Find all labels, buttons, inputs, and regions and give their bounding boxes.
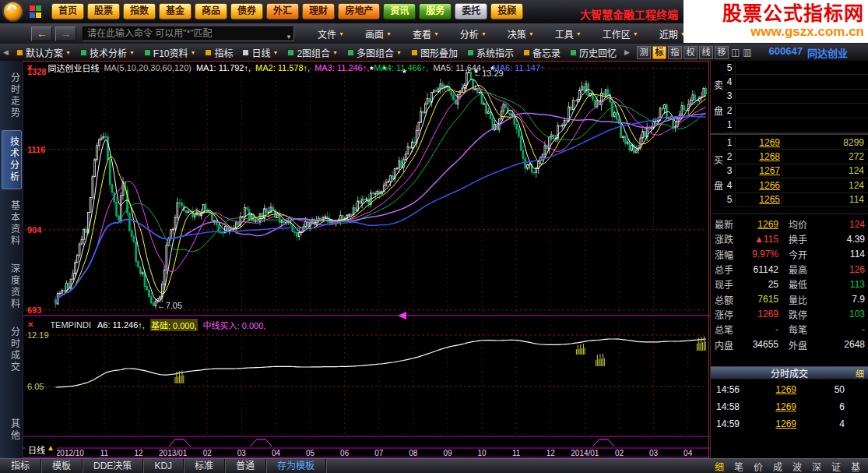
order-book-row[interactable]: 4 (724, 75, 868, 89)
sidebar-tab[interactable]: 分时成交 (2, 321, 22, 379)
menu-item[interactable]: 文件▼ (318, 27, 344, 41)
date-label: 11 (512, 449, 521, 457)
top-nav-button[interactable]: 理财 (302, 3, 335, 19)
quick-button[interactable]: 笔 (734, 460, 743, 473)
quick-button[interactable]: 深 (812, 460, 821, 473)
top-nav-button[interactable]: 服务 (419, 3, 452, 19)
command-input[interactable]: 请在此输入命令 可以用"*"匹配 ▼ (83, 26, 294, 41)
back-button[interactable]: ← (31, 26, 52, 41)
scroll-right-icon[interactable]: ▶ (621, 48, 633, 56)
menu-item[interactable]: 工具▼ (555, 27, 582, 41)
candle-body (94, 160, 96, 177)
toolbar-item[interactable]: 默认方案▼ (16, 46, 71, 59)
quick-button[interactable]: 波 (792, 460, 802, 473)
quick-button[interactable]: 证 (831, 460, 841, 473)
candle-body (694, 95, 696, 101)
toolbar-item[interactable]: 技术分析▼ (80, 46, 135, 59)
toolbar-item[interactable]: 2图组合▼ (287, 46, 338, 59)
top-nav-button[interactable]: 投顾 (490, 3, 523, 19)
ticks-header[interactable]: 分时成交 细 (711, 366, 868, 379)
sidebar-tab[interactable]: 分时走势 (2, 67, 22, 125)
order-book-row[interactable]: 31267124 (724, 164, 868, 178)
top-nav-button[interactable]: 债券 (230, 3, 263, 19)
menu-item[interactable]: 分析▼ (460, 27, 487, 41)
bottom-tab[interactable]: 存为模板 (266, 459, 326, 473)
app-logo-icon[interactable] (2, 1, 23, 22)
toolbar-item[interactable]: 备忘录 (523, 46, 561, 59)
top-nav-button[interactable]: 商品 (195, 3, 227, 19)
bottom-tab[interactable]: 模板 (41, 459, 83, 473)
order-book-row[interactable]: 21268272 (724, 150, 868, 164)
ticks-detail-button[interactable]: 细 (856, 367, 864, 379)
top-nav-button[interactable]: 首页 (51, 3, 84, 19)
scroll-left-icon[interactable]: ◀ (0, 48, 12, 56)
top-nav-button[interactable]: 外汇 (266, 3, 299, 19)
toolbar-item[interactable]: 图形叠加 (411, 46, 458, 59)
toolbar-mini-button[interactable]: 线 (699, 46, 713, 59)
toolbar-item[interactable]: 历史回忆 (570, 46, 617, 59)
candle-body (409, 146, 411, 148)
candle-body (390, 175, 392, 181)
sidebar-tab[interactable]: 基本资料 (2, 195, 22, 252)
order-book-row[interactable]: 3 (724, 90, 868, 104)
quick-button[interactable]: 基 (851, 460, 860, 473)
tick-row[interactable]: 14:56126950 (711, 381, 868, 398)
toolbar-mini-button[interactable]: 测 (637, 46, 651, 59)
candle-body (407, 146, 409, 154)
bottom-tab[interactable]: 指标 (0, 459, 41, 473)
quick-button[interactable]: 细 (715, 460, 724, 473)
order-book-row[interactable]: 2 (724, 104, 868, 118)
bottom-tab[interactable]: KDJ (143, 459, 184, 473)
candle-body (355, 208, 357, 210)
forward-button[interactable]: → (55, 26, 76, 41)
chevron-down-icon[interactable]: ▼ (286, 30, 292, 41)
top-nav-button[interactable]: 委托 (455, 3, 487, 19)
period-label[interactable]: 日线 ▲ (26, 443, 57, 456)
top-nav-button[interactable]: 基金 (159, 3, 192, 19)
quick-button[interactable]: 价 (754, 460, 763, 473)
close-icon[interactable]: ✕ (26, 63, 33, 72)
menu-item[interactable]: 决策▼ (508, 27, 534, 41)
toolbar-item[interactable]: 多图组合▼ (347, 46, 402, 59)
top-nav-button[interactable]: 股票 (87, 3, 120, 19)
menu-item[interactable]: 查看▼ (413, 27, 439, 41)
sidebar-tab[interactable]: 深度资料 (2, 258, 22, 316)
kline-chart[interactable]: *****←13.29←7.052012/1011122013/01020304… (23, 61, 710, 458)
order-book-row[interactable]: 112698299 (724, 136, 868, 150)
quick-button[interactable]: 成 (773, 460, 782, 473)
toolbar-item-icon (16, 49, 23, 56)
bottom-tab[interactable]: DDE决策 (83, 459, 143, 473)
toolbar-item[interactable]: F10资料▼ (144, 46, 196, 59)
tick-row[interactable]: 14:5812696 (711, 398, 868, 415)
stock-label[interactable]: 600647 同达创业 (769, 45, 848, 60)
bottom-tab[interactable]: 标准 (184, 459, 225, 473)
menu-item[interactable]: 近期▼ (659, 27, 686, 41)
window-split-icon[interactable]: ◫ (731, 47, 740, 58)
toolbar-item[interactable]: 指标 (205, 46, 233, 59)
top-nav-button[interactable]: 指数 (123, 3, 156, 19)
order-book-row[interactable]: 41266124 (724, 178, 868, 192)
top-nav-button[interactable]: 资讯 (383, 3, 416, 19)
toolbar-item[interactable]: 系统指示 (467, 46, 514, 59)
toolbar-mini-button[interactable]: 指 (668, 46, 682, 59)
toolbar-item[interactable]: 日线▼ (242, 46, 278, 59)
order-book-row[interactable]: 51265114 (724, 193, 868, 207)
tick-volume: 4 (796, 418, 845, 429)
bottom-tab[interactable]: 普通 (225, 459, 266, 473)
top-nav-button[interactable]: 房地产 (338, 3, 380, 19)
sidebar-tab[interactable]: 其他 (2, 413, 22, 447)
close-icon[interactable]: ✕ (26, 320, 34, 329)
menu-item[interactable]: 画面▼ (365, 27, 392, 41)
tick-row[interactable]: 14:5912694 (711, 415, 868, 432)
menu-item[interactable]: 工作区▼ (603, 27, 638, 41)
candle-body (605, 90, 606, 95)
order-book-row[interactable]: 5 (724, 61, 868, 75)
toolbar-mini-button[interactable]: 标 (652, 46, 666, 59)
window-cascade-icon[interactable]: ▥ (743, 47, 751, 58)
toolbar-mini-button[interactable]: 权 (684, 46, 698, 59)
app-grid-icon[interactable] (30, 5, 42, 18)
candle-body (503, 104, 504, 111)
toolbar-mini-button[interactable]: 移 (715, 46, 729, 59)
order-book-row[interactable]: 1 (724, 118, 868, 132)
sidebar-tab[interactable]: 技术分析 (2, 130, 22, 189)
